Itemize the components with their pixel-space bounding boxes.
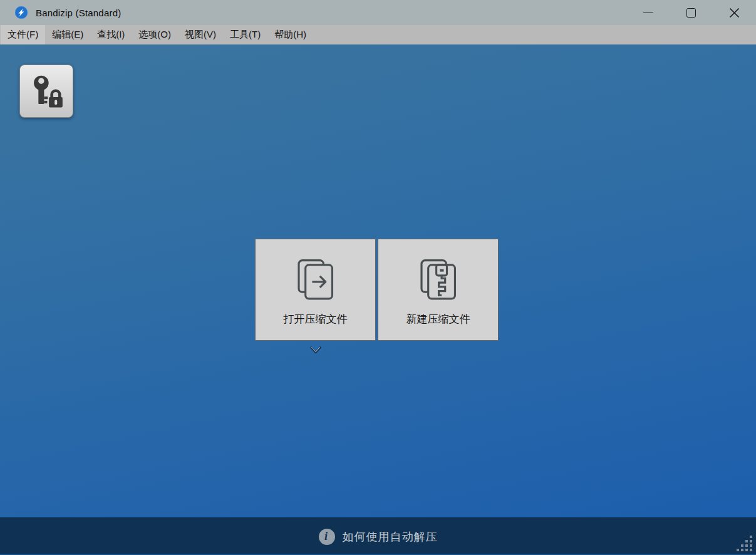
menu-item-options-label: 选项(O) — [138, 29, 171, 41]
open-archive-button[interactable]: 打开压缩文件 — [255, 239, 376, 341]
menu-item-help[interactable]: 帮助(H) — [267, 25, 313, 44]
statusbar: i 如何使用自动解压 — [0, 517, 756, 555]
center-buttons: 打开压缩文件 新建压缩文件 — [255, 239, 499, 341]
menu-item-edit-label: 编辑(E) — [52, 29, 83, 41]
bandizip-window: { "window": { "title": "Bandizip (Standa… — [0, 0, 756, 555]
maximize-button[interactable] — [670, 0, 713, 25]
menu-item-find-label: 查找(I) — [97, 29, 125, 41]
titlebar: Bandizip (Standard) — [0, 0, 756, 25]
new-archive-icon — [416, 257, 461, 302]
open-archive-icon — [293, 257, 338, 302]
menubar: 文件(F) 编辑(E) 查找(I) 选项(O) 视图(V) 工具(T) 帮助(H… — [0, 25, 756, 44]
menu-item-file-label: 文件(F) — [8, 29, 38, 41]
resize-grip[interactable] — [737, 536, 753, 552]
chevron-down-icon — [310, 346, 321, 355]
menu-item-options[interactable]: 选项(O) — [132, 25, 178, 44]
new-archive-label: 新建压缩文件 — [406, 312, 470, 326]
menu-item-tools-label: 工具(T) — [230, 29, 261, 41]
bandizip-logo-icon — [15, 6, 28, 19]
minimize-button[interactable] — [626, 0, 670, 25]
open-archive-label: 打开压缩文件 — [284, 312, 348, 326]
menu-item-edit[interactable]: 编辑(E) — [45, 25, 90, 44]
close-icon — [729, 8, 740, 18]
maximize-icon — [686, 8, 696, 18]
menu-item-find[interactable]: 查找(I) — [90, 25, 132, 44]
window-title: Bandizip (Standard) — [36, 8, 121, 18]
main-area: 打开压缩文件 新建压缩文件 — [0, 44, 756, 517]
menu-item-file[interactable]: 文件(F) — [1, 25, 45, 44]
menu-item-help-label: 帮助(H) — [274, 29, 306, 41]
window-controls — [626, 0, 756, 25]
close-button[interactable] — [713, 0, 756, 25]
status-tip-link[interactable]: 如何使用自动解压 — [343, 529, 438, 544]
new-archive-button[interactable]: 新建压缩文件 — [378, 239, 499, 341]
key-lock-icon — [28, 73, 65, 110]
menu-item-view-label: 视图(V) — [185, 29, 216, 41]
password-manager-button[interactable] — [19, 65, 73, 118]
menu-item-view[interactable]: 视图(V) — [178, 25, 223, 44]
minimize-icon — [643, 13, 653, 13]
menu-item-tools[interactable]: 工具(T) — [223, 25, 267, 44]
more-options-button[interactable] — [309, 345, 322, 355]
info-icon: i — [319, 529, 335, 545]
